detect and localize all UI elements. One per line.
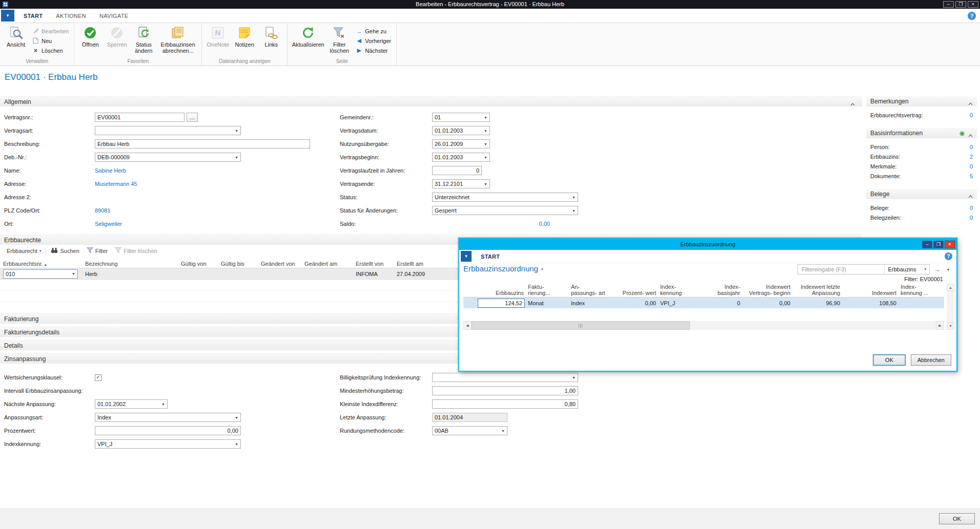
mindesterhoehungsbetrag-input[interactable]: 1,00 <box>432 386 578 395</box>
status-aendern-button[interactable]: Status ändern <box>130 24 157 54</box>
dialog-cancel-button[interactable]: Abbrechen <box>911 354 951 366</box>
vertragsnr-input[interactable]: EV00001 <box>95 113 185 122</box>
apply-filter-button[interactable]: → <box>932 264 942 274</box>
aktualisieren-button[interactable]: Aktualisieren <box>290 24 326 48</box>
sperren-button[interactable]: Sperren <box>104 24 130 48</box>
anpassungsart-combo[interactable]: Index▼ <box>95 413 241 422</box>
dropdown-arrow-icon[interactable]: ▼ <box>159 400 167 408</box>
vertragsnr-assist-button[interactable]: … <box>187 113 198 122</box>
column-header[interactable]: Prozent- wert <box>617 290 658 296</box>
close-button[interactable]: × <box>968 1 978 8</box>
column-header[interactable]: Indexwert letzte Anpassung <box>792 284 842 296</box>
column-header[interactable]: Geändert von <box>258 260 301 268</box>
filter-pane-chevron-icon[interactable]: ▼ <box>944 264 952 274</box>
vertragsbeginn-combo[interactable]: 01.01.2003▼ <box>432 153 490 162</box>
nutzungsuebergabe-combo[interactable]: 26.01.2009▼ <box>432 139 490 149</box>
factbox-header[interactable]: Bemerkungen <box>866 96 977 107</box>
filter-button[interactable]: Filter <box>83 246 111 256</box>
dropdown-arrow-icon[interactable]: ▼ <box>482 180 489 188</box>
column-header[interactable]: Gültig bis <box>218 260 258 268</box>
ansicht-button[interactable]: Ansicht <box>3 24 29 48</box>
column-header[interactable]: Index- kennung ... <box>899 284 934 296</box>
collapse-chevron-icon[interactable] <box>968 132 973 139</box>
column-header[interactable]: Indexwert <box>842 290 899 296</box>
saldo-drilldown[interactable]: 0,00 <box>432 221 550 227</box>
column-header[interactable]: Index- basisjahr <box>701 284 742 296</box>
scrollbar-track[interactable] <box>947 291 954 322</box>
column-header[interactable]: Faktu- rierung... <box>526 284 569 296</box>
count-link[interactable]: 5 <box>970 173 973 179</box>
indexkennung-combo[interactable]: VPI_J▼ <box>95 439 241 449</box>
dropdown-arrow-icon[interactable]: ▼ <box>233 126 240 135</box>
factbox-header[interactable]: Basisinformationen <box>866 128 977 138</box>
filter-loeschen-button[interactable]: × Filter löschen <box>326 24 353 54</box>
column-header[interactable]: Erbbauzins <box>477 290 526 296</box>
column-header[interactable]: Index- kennung <box>658 284 701 296</box>
vorheriger-button[interactable]: ◀ Vorheriger <box>353 36 394 46</box>
scroll-down-button[interactable]: ▼ <box>947 322 954 330</box>
collapse-chevron-icon[interactable] <box>968 193 973 200</box>
column-header[interactable]: An- passungs- art <box>569 284 617 296</box>
count-link[interactable]: 0 <box>970 205 973 211</box>
count-link[interactable]: 2 <box>970 154 973 160</box>
filter-field-selector[interactable]: Erbbauzins ▾ <box>885 266 929 272</box>
naechster-button[interactable]: ▶ Nächster <box>353 46 394 55</box>
filter-input[interactable]: Filtereingabe (F3) <box>798 266 884 272</box>
rundungsmethodencode-combo[interactable]: 00AB▼ <box>432 426 507 435</box>
erbbaurechtsnr-cell-combo[interactable]: 010 ▼ <box>3 269 78 279</box>
suchen-button[interactable]: Suchen <box>47 246 83 256</box>
vertragsart-combo[interactable]: ▼ <box>95 126 241 135</box>
count-link[interactable]: 0 <box>970 163 973 170</box>
dropdown-arrow-icon[interactable]: ▼ <box>233 440 240 448</box>
ok-button[interactable]: OK <box>939 513 975 524</box>
laufzeit-input[interactable]: 0 <box>432 166 482 175</box>
debnr-combo[interactable]: DEB-000009▼ <box>95 153 241 162</box>
application-menu-button[interactable]: ▼ <box>1 10 14 22</box>
billigkeitspruefung-combo[interactable]: ▼ <box>432 373 578 382</box>
dialog-application-menu-button[interactable]: ▼ <box>461 251 472 262</box>
dropdown-arrow-icon[interactable]: ▼ <box>482 153 489 161</box>
dropdown-arrow-icon[interactable]: ▼ <box>499 427 507 435</box>
dialog-minimize-button[interactable]: – <box>922 241 932 248</box>
erbbauzinsen-abrechnen-button[interactable]: Erbbauzinsen abrechnen... <box>157 24 199 54</box>
scroll-left-button[interactable]: ◀ <box>463 321 472 330</box>
gehe-zu-button[interactable]: → Gehe zu <box>353 26 394 36</box>
erbbauzins-cell-input[interactable]: 124,52 <box>478 299 525 308</box>
adresse-link[interactable]: Musetermann 45 <box>95 181 137 187</box>
dropdown-arrow-icon[interactable]: ▼ <box>70 270 77 278</box>
dropdown-arrow-icon[interactable]: ▼ <box>482 113 489 121</box>
tab-start[interactable]: START <box>17 9 49 23</box>
gemeindenr-combo[interactable]: 01▼ <box>432 113 490 122</box>
naechste-anpassung-combo[interactable]: 01.01.2002▼ <box>95 399 168 409</box>
kleinste-indexdifferenz-input[interactable]: 0,80 <box>432 399 578 409</box>
scrollbar-thumb[interactable] <box>472 321 690 330</box>
dropdown-arrow-icon[interactable]: ▼ <box>570 373 578 382</box>
count-link[interactable]: 0 <box>970 112 973 118</box>
dropdown-arrow-icon[interactable]: ▼ <box>233 413 240 421</box>
dialog-ok-button[interactable]: OK <box>873 354 906 366</box>
name-link[interactable]: Sabine Herb <box>95 167 126 174</box>
oeffnen-button[interactable]: Öffnen <box>77 24 104 48</box>
wertsicherungsklausel-checkbox[interactable]: ✓ <box>95 374 101 381</box>
plz-link[interactable]: 89081 <box>95 207 111 214</box>
filter-loeschen-toolbar-button[interactable]: Filter löschen <box>111 246 160 256</box>
horizontal-scrollbar[interactable]: ◀ ▶ <box>463 321 944 330</box>
help-icon[interactable]: ? <box>968 12 976 20</box>
notizen-button[interactable]: Notizen <box>231 24 258 48</box>
dropdown-arrow-icon[interactable]: ▼ <box>482 140 489 148</box>
title-menu-arrow-icon[interactable]: ▾ <box>541 267 543 271</box>
status-aenderungen-combo[interactable]: Gesperrt▼ <box>432 206 578 215</box>
dropdown-arrow-icon[interactable]: ▼ <box>482 126 489 135</box>
factbox-header[interactable]: Belege <box>866 189 977 199</box>
scroll-up-button[interactable]: ▲ <box>947 284 954 291</box>
column-header[interactable]: Gültig von <box>178 260 218 268</box>
column-header[interactable]: Geändert am <box>301 260 353 268</box>
maximize-button[interactable]: ❐ <box>955 1 966 8</box>
dialog-maximize-button[interactable]: ❐ <box>933 241 944 248</box>
prozentwert-input[interactable]: 0,00 <box>95 426 241 435</box>
column-header[interactable]: Erbbaurechtsnr.▴ <box>0 260 82 268</box>
count-link[interactable]: 0 <box>970 215 973 221</box>
collapse-chevron-icon[interactable] <box>968 100 973 107</box>
dialog-tab-start[interactable]: START <box>474 253 506 260</box>
column-header[interactable]: Indexwert Vertrags- beginn <box>742 284 792 296</box>
